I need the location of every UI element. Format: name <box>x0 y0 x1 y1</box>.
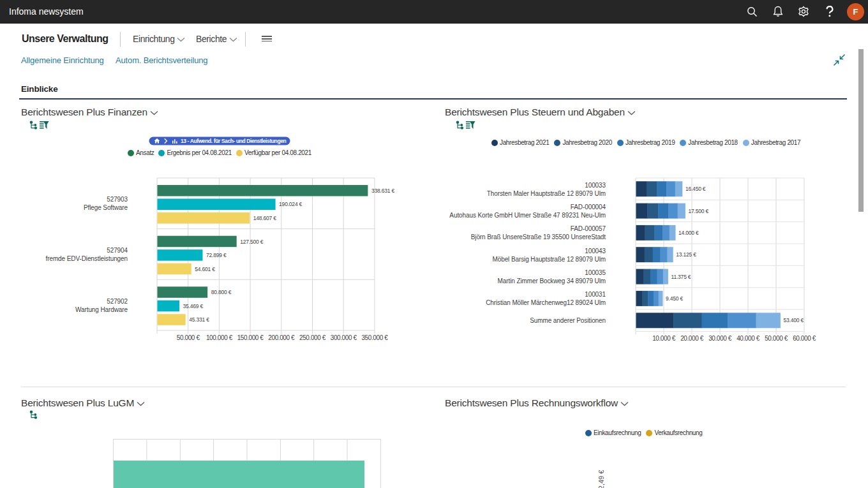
svg-text:40.000 €: 40.000 € <box>737 335 760 342</box>
svg-text:100.000 €: 100.000 € <box>206 334 233 341</box>
svg-text:100031: 100031 <box>585 291 606 298</box>
svg-text:Martin Zimmer Bockweg 34 89079: Martin Zimmer Bockweg 34 89079 Ulm <box>498 277 606 285</box>
svg-text:60.000 €: 60.000 € <box>793 335 816 342</box>
svg-text:9.450 €: 9.450 € <box>666 295 683 302</box>
svg-text:54.601 €: 54.601 € <box>195 266 215 272</box>
svg-text:Christian Möller Märchenweg12: Christian Möller Märchenweg12 89024 Ulm <box>486 299 606 306</box>
svg-text:10.000 €: 10.000 € <box>652 335 676 342</box>
svg-text:53.400 €: 53.400 € <box>784 317 804 323</box>
svg-text:148.607 €: 148.607 € <box>253 215 276 221</box>
svg-text:Pflege Software: Pflege Software <box>84 204 128 211</box>
svg-text:50.000 €: 50.000 € <box>177 334 200 341</box>
svg-text:45.331 €: 45.331 € <box>189 316 209 323</box>
svg-text:Summe anderer Positionen: Summe anderer Positionen <box>530 317 606 324</box>
svg-text:Björn Braß UnsereStraße 19 355: Björn Braß UnsereStraße 19 35500 UnsereS… <box>471 233 606 240</box>
svg-text:fremde EDV-Dienstleistungen: fremde EDV-Dienstleistungen <box>46 255 128 262</box>
svg-text:Thorsten Maler Hauptstraße 12: Thorsten Maler Hauptstraße 12 89079 Ulm <box>487 190 606 197</box>
svg-text:20.000 €: 20.000 € <box>680 335 704 342</box>
svg-text:11.375 €: 11.375 € <box>671 274 691 280</box>
svg-text:338.631 €: 338.631 € <box>371 188 394 194</box>
svg-text:80.800 €: 80.800 € <box>211 289 232 295</box>
svg-text:350.000 €: 350.000 € <box>361 334 388 341</box>
svg-text:127.500 €: 127.500 € <box>240 239 263 245</box>
svg-text:14.000 €: 14.000 € <box>678 230 699 236</box>
svg-text:35.469 €: 35.469 € <box>183 303 204 309</box>
svg-text:30.000 €: 30.000 € <box>708 335 732 342</box>
svg-text:FAD-000004: FAD-000004 <box>571 203 606 211</box>
svg-text:527903: 527903 <box>107 196 128 203</box>
svg-text:527902: 527902 <box>107 298 128 305</box>
svg-text:527904: 527904 <box>107 247 128 254</box>
svg-text:FAD-000057: FAD-000057 <box>571 225 606 232</box>
svg-text:13.125 €: 13.125 € <box>676 251 696 258</box>
svg-text:100043: 100043 <box>585 248 606 255</box>
svg-text:Autohaus Korte GmbH Ulmer Stra: Autohaus Korte GmbH Ulmer Straße 47 8923… <box>449 212 606 219</box>
svg-text:250.000 €: 250.000 € <box>299 334 326 341</box>
svg-text:200.000 €: 200.000 € <box>268 334 295 341</box>
svg-text:72.899 €: 72.899 € <box>206 252 227 258</box>
svg-text:13 - Aufwend. für Sach- und Di: 13 - Aufwend. für Sach- und Dienstleistu… <box>181 138 287 144</box>
svg-text:150.000 €: 150.000 € <box>237 334 264 341</box>
svg-text:100035: 100035 <box>585 269 606 276</box>
svg-text:Wartung Hardware: Wartung Hardware <box>75 306 128 313</box>
svg-text:300.000 €: 300.000 € <box>331 334 357 341</box>
svg-text:16.450 €: 16.450 € <box>685 186 706 192</box>
svg-text:190.024 €: 190.024 € <box>279 201 302 207</box>
svg-text:100033: 100033 <box>585 182 606 189</box>
svg-text:50.000 €: 50.000 € <box>765 335 788 342</box>
svg-text:Möbel Barsig Hauptstraße 12 89: Möbel Barsig Hauptstraße 12 89079 Ulm <box>492 256 606 263</box>
svg-text:17.500 €: 17.500 € <box>689 208 709 214</box>
